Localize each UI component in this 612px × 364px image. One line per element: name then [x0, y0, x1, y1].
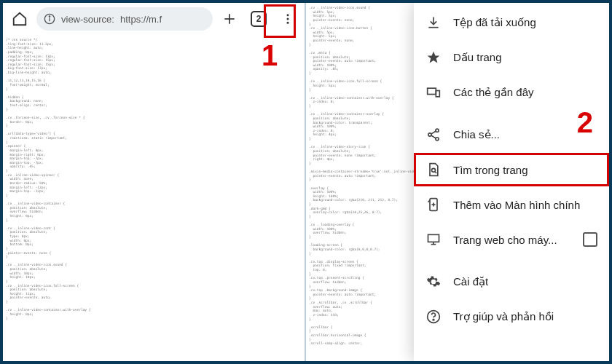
menu-label: Tệp đã tải xuống — [453, 16, 536, 29]
overflow-menu: Tệp đã tải xuống Dấu trang Các thẻ gần đ… — [414, 3, 609, 361]
menu-downloads[interactable]: Tệp đã tải xuống — [414, 6, 609, 39]
menu-help[interactable]: Trợ giúp và phản hồi — [414, 300, 609, 333]
new-tab-button[interactable] — [217, 7, 242, 31]
find-in-page-icon — [425, 162, 442, 178]
menu-desktop-site[interactable]: Trang web cho máy... — [414, 223, 609, 256]
url-prefix: view-source: — [61, 14, 114, 25]
svg-point-27 — [433, 319, 434, 320]
annotation-number-2: 2 — [577, 106, 593, 139]
svg-point-2 — [49, 16, 50, 17]
svg-line-17 — [431, 135, 436, 138]
menu-add-to-home[interactable]: Thêm vào Màn hình chính — [414, 188, 609, 221]
menu-label: Trợ giúp và phản hồi — [453, 310, 554, 323]
desktop-icon — [425, 232, 442, 248]
share-icon — [425, 127, 442, 143]
home-button[interactable] — [7, 7, 32, 31]
devices-icon — [425, 84, 442, 100]
menu-label: Chia sẻ... — [453, 128, 500, 141]
svg-rect-11 — [428, 88, 436, 94]
url-bar[interactable]: view-source:https://m.f — [36, 7, 213, 31]
menu-label: Các thẻ gần đây — [453, 86, 534, 99]
svg-line-19 — [435, 172, 437, 174]
menu-recent-tabs[interactable]: Các thẻ gần đây — [414, 76, 609, 109]
annotation-number-1: 1 — [262, 39, 278, 72]
add-home-icon — [425, 197, 442, 213]
menu-label: Cài đặt — [453, 275, 488, 288]
menu-bookmarks[interactable]: Dấu trang — [414, 41, 609, 74]
menu-settings[interactable]: Cài đặt — [414, 265, 609, 298]
gear-icon — [425, 274, 442, 290]
svg-rect-23 — [428, 234, 439, 242]
menu-label: Thêm vào Màn hình chính — [453, 199, 580, 211]
menu-find-in-page[interactable]: Tìm trong trang — [414, 153, 609, 186]
help-icon — [425, 309, 442, 325]
url-text: https://m.f — [120, 14, 162, 25]
svg-line-16 — [431, 131, 436, 134]
annotation-highlight-1 — [264, 4, 296, 38]
download-icon — [425, 15, 442, 31]
menu-label: Trang web cho máy... — [453, 234, 557, 246]
page-source-view[interactable]: /* css source */ .tiny-font-size: 11.5px… — [3, 35, 305, 361]
star-filled-icon — [425, 50, 442, 66]
site-info-icon — [44, 13, 55, 25]
menu-label: Tìm trong trang — [453, 164, 528, 176]
menu-label: Dấu trang — [453, 51, 502, 64]
svg-marker-10 — [428, 52, 440, 63]
svg-rect-12 — [436, 91, 439, 97]
browser-toolbar: view-source:https://m.f 2 — [3, 3, 305, 35]
desktop-site-checkbox[interactable] — [583, 232, 597, 247]
